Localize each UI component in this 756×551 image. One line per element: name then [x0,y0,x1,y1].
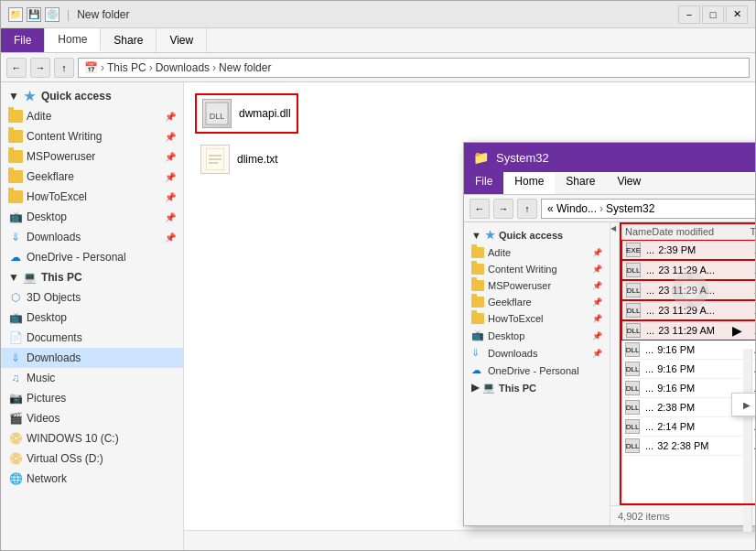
sidebar-item-pictures[interactable]: 📷 Pictures [1,388,183,408]
overlay-forward-button[interactable]: → [493,199,513,219]
overlay-sidebar-msp[interactable]: MSPoweruser 📌 [464,277,610,294]
overlay-up-button[interactable]: ↑ [517,199,537,219]
tab-share[interactable]: Share [101,28,157,52]
quick-access-label: Quick access [41,90,112,103]
dll-icon: DLL [202,99,232,128]
file-row-5[interactable]: DLL ... 9:16 PM Application Exten... 452… [621,340,755,360]
file-name-3: ... [644,305,654,316]
overlay-folder-icon-3 [471,280,484,291]
path-computer-icon: 📅 [84,61,98,74]
sidebar-item-howtoexcel[interactable]: HowToExcel 📌 [1,187,183,207]
file-name-4: ... [644,325,654,336]
drive-d-icon: 📀 [8,451,23,466]
close-button[interactable]: ✕ [726,5,748,24]
overlay-sidebar-geek[interactable]: Geekflare 📌 [464,294,610,310]
sidebar-item-desktop[interactable]: 📺 Desktop 📌 [1,207,183,227]
file-type-5: Application Exten... [754,344,755,355]
overlay-sidebar-content[interactable]: Content Writing 📌 [464,261,610,277]
star-icon: ★ [23,89,38,103]
sidebar-item-3dobjects[interactable]: ⬡ 3D Objects [1,287,183,308]
sidebar-item-documents[interactable]: 📄 Documents [1,328,183,348]
overlay-sidebar-adite[interactable]: Adite 📌 [464,244,610,261]
overlay-pin-icon-3: 📌 [592,281,602,290]
overlay-sidebar-onedrive[interactable]: ☁ OneDrive - Personal [464,362,610,379]
overlay-left-scroll[interactable]: ◀ [610,222,620,505]
address-path[interactable]: 📅 › This PC › Downloads › New folder [78,58,750,78]
sidebar-label-virtualos: Virtual OSs (D:) [27,452,103,465]
file-row-10[interactable]: DLL ... 32 2:38 PM Application exten... … [621,437,755,456]
sidebar-item-videos[interactable]: 🎬 Videos [1,408,183,428]
overlay-chevron-icon-2: ▶ [471,382,479,394]
main-status-bar [184,530,755,550]
file-modified-10: 32 2:38 PM [657,440,751,451]
file-row-9[interactable]: DLL ... 2:14 PM Application exten... 296… [621,417,755,437]
main-window-title: New folder [77,8,129,21]
overlay-thispc-header[interactable]: ▶ 💻 This PC [464,379,610,396]
tab-file[interactable]: File [1,28,45,52]
overlay-pc-icon: 💻 [482,382,495,394]
file-modified-9: 2:14 PM [657,421,751,432]
tab-home[interactable]: Home [45,28,101,52]
thispc-header[interactable]: ▼ 💻 This PC [1,267,183,287]
file-name-7: ... [643,383,653,394]
tab-view[interactable]: View [157,28,207,52]
folder-icon-3 [8,149,23,164]
file-row-4[interactable]: DLL ... 23 11:29 AM Application exten...… [621,320,755,340]
file-row-0[interactable]: EXE ... 2:39 PM Application 63 KB [621,240,755,260]
file-item-dlime[interactable]: dlime.txt [195,141,284,178]
sidebar-item-virtualos-d[interactable]: 📀 Virtual OSs (D:) [1,448,183,469]
sidebar-item-music[interactable]: ♫ Music [1,368,183,388]
file-row-6[interactable]: DLL ... 9:16 PM Application Exten... 511… [621,360,755,379]
overlay-tab-share[interactable]: Share [555,172,606,194]
sidebar-label-adite: Adite [27,110,51,123]
path-thispc[interactable]: This PC [107,61,146,74]
sidebar-item-network[interactable]: 🌐 Network [1,469,183,489]
overlay-hte-label: HowToExcel [488,313,544,324]
col-header-modified: Date modified [652,226,750,237]
sidebar-label-hte: HowToExcel [27,190,87,203]
overlay-content-label: Content Writing [488,264,557,275]
sidebar-item-downloads[interactable]: ⇓ Downloads [1,348,183,368]
title-bar: 📁 💾 💿 | New folder − □ ✕ [1,1,755,28]
app-icon-3: DLL [626,303,641,318]
overlay-back-button[interactable]: ← [470,199,490,219]
overlay-sidebar-desktop[interactable]: 📺 Desktop 📌 [464,327,610,344]
back-button[interactable]: ← [6,58,27,78]
file-type-1: Application exten... [754,265,755,276]
file-item-dwmapi[interactable]: DLL dwmapi.dll [195,93,298,134]
sidebar-item-downloads-qa[interactable]: ⇓ Downloads 📌 [1,227,183,247]
music-icon: ♫ [8,371,23,385]
context-menu-move-item[interactable]: ▶ Move to System32 [732,394,755,416]
sidebar-item-content-writing[interactable]: Content Writing 📌 [1,126,183,146]
sidebar-item-adite[interactable]: Adite 📌 [1,106,183,126]
folder-icon-2 [8,129,23,144]
sidebar-item-windows-c[interactable]: 📀 WINDOWS 10 (C:) [1,428,183,448]
overlay-address-path[interactable]: « Windo... › System32 [541,199,755,219]
svg-rect-11 [699,287,708,293]
up-button[interactable]: ↑ [54,58,74,78]
quick-access-header[interactable]: ▼ ★ Quick access [1,86,183,106]
sidebar-item-mspoweruser[interactable]: MSPoweruser 📌 [1,146,183,167]
overlay-quick-access-header[interactable]: ▼ ★ Quick access [464,226,610,244]
path-newfolder[interactable]: New folder [219,61,271,74]
overlay-sidebar-downloads[interactable]: ⇓ Downloads 📌 [464,344,610,362]
gear-overlay-icon [667,267,713,316]
maximize-button[interactable]: □ [702,5,724,24]
file-type-2: Application exten... [754,285,755,296]
col-header-type: Type [751,226,755,237]
overlay-sidebar-hte[interactable]: HowToExcel 📌 [464,310,610,327]
overlay-msp-label: MSPoweruser [488,280,551,291]
videos-icon: 🎬 [8,411,23,426]
overlay-tab-view[interactable]: View [606,172,652,194]
sidebar-item-geekflare[interactable]: Geekflare 📌 [1,167,183,187]
path-downloads[interactable]: Downloads [156,61,210,74]
overlay-download-icon: ⇓ [471,347,484,359]
overlay-tab-file[interactable]: File [464,172,503,194]
minimize-button[interactable]: − [678,5,700,24]
overlay-tab-home[interactable]: Home [503,172,555,194]
sidebar-item-desktop2[interactable]: 📺 Desktop [1,308,183,328]
folder-icon [8,109,23,124]
sidebar-item-onedrive[interactable]: ☁ OneDrive - Personal [1,247,183,267]
forward-button[interactable]: → [30,58,50,78]
overlay-downloads-label: Downloads [488,348,537,359]
